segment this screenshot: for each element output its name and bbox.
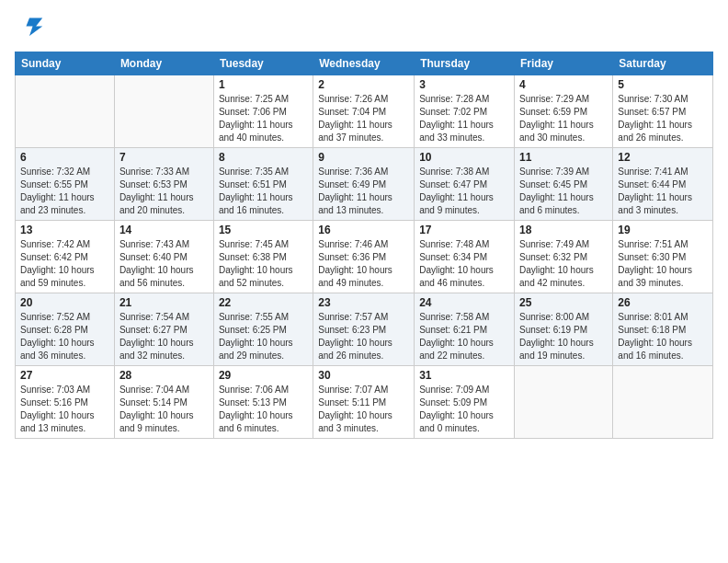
calendar-cell: 4Sunrise: 7:29 AM Sunset: 6:59 PM Daylig…	[515, 75, 613, 148]
page: SundayMondayTuesdayWednesdayThursdayFrid…	[0, 0, 728, 563]
day-number: 29	[219, 369, 308, 382]
calendar-header-row: SundayMondayTuesdayWednesdayThursdayFrid…	[16, 52, 713, 75]
day-info: Sunrise: 7:03 AM Sunset: 5:16 PM Dayligh…	[20, 384, 109, 435]
day-info: Sunrise: 7:43 AM Sunset: 6:40 PM Dayligh…	[119, 238, 209, 290]
day-header-monday: Monday	[114, 52, 213, 75]
calendar-cell: 9Sunrise: 7:36 AM Sunset: 6:49 PM Daylig…	[313, 148, 415, 221]
day-number: 11	[519, 151, 608, 164]
day-number: 22	[219, 296, 308, 309]
day-info: Sunrise: 7:38 AM Sunset: 6:47 PM Dayligh…	[419, 166, 509, 217]
calendar-cell: 17Sunrise: 7:48 AM Sunset: 6:34 PM Dayli…	[415, 221, 515, 293]
calendar-cell: 3Sunrise: 7:28 AM Sunset: 7:02 PM Daylig…	[415, 75, 515, 148]
calendar-cell: 20Sunrise: 7:52 AM Sunset: 6:28 PM Dayli…	[16, 293, 115, 366]
calendar-cell: 28Sunrise: 7:04 AM Sunset: 5:14 PM Dayli…	[114, 366, 213, 439]
day-info: Sunrise: 7:39 AM Sunset: 6:45 PM Dayligh…	[519, 166, 608, 217]
day-info: Sunrise: 7:48 AM Sunset: 6:34 PM Dayligh…	[419, 238, 509, 290]
day-number: 8	[219, 151, 308, 164]
calendar-week-row: 20Sunrise: 7:52 AM Sunset: 6:28 PM Dayli…	[16, 293, 713, 366]
calendar-week-row: 1Sunrise: 7:25 AM Sunset: 7:06 PM Daylig…	[16, 75, 713, 148]
day-number: 10	[419, 151, 509, 164]
day-info: Sunrise: 7:49 AM Sunset: 6:32 PM Dayligh…	[519, 238, 608, 290]
calendar-cell: 11Sunrise: 7:39 AM Sunset: 6:45 PM Dayli…	[515, 148, 613, 221]
calendar-cell: 5Sunrise: 7:30 AM Sunset: 6:57 PM Daylig…	[613, 75, 713, 148]
calendar: SundayMondayTuesdayWednesdayThursdayFrid…	[15, 52, 713, 439]
day-number: 18	[519, 224, 608, 236]
day-info: Sunrise: 7:25 AM Sunset: 7:06 PM Dayligh…	[219, 93, 308, 144]
calendar-cell: 8Sunrise: 7:35 AM Sunset: 6:51 PM Daylig…	[213, 148, 313, 221]
day-number: 19	[618, 224, 708, 236]
day-number: 27	[20, 369, 109, 382]
day-info: Sunrise: 7:35 AM Sunset: 6:51 PM Dayligh…	[219, 166, 308, 217]
day-info: Sunrise: 7:58 AM Sunset: 6:21 PM Dayligh…	[419, 311, 509, 362]
day-header-wednesday: Wednesday	[313, 52, 415, 75]
day-number: 23	[318, 296, 409, 309]
day-info: Sunrise: 7:41 AM Sunset: 6:44 PM Dayligh…	[618, 166, 708, 217]
day-info: Sunrise: 7:55 AM Sunset: 6:25 PM Dayligh…	[219, 311, 308, 362]
day-header-thursday: Thursday	[415, 52, 515, 75]
day-number: 24	[419, 296, 509, 309]
header	[15, 15, 713, 44]
logo	[15, 15, 48, 44]
calendar-cell: 12Sunrise: 7:41 AM Sunset: 6:44 PM Dayli…	[613, 148, 713, 221]
day-info: Sunrise: 7:30 AM Sunset: 6:57 PM Dayligh…	[618, 93, 708, 144]
calendar-cell: 29Sunrise: 7:06 AM Sunset: 5:13 PM Dayli…	[213, 366, 313, 439]
day-info: Sunrise: 7:26 AM Sunset: 7:04 PM Dayligh…	[318, 93, 409, 144]
day-number: 17	[419, 224, 509, 236]
day-info: Sunrise: 7:51 AM Sunset: 6:30 PM Dayligh…	[618, 238, 708, 290]
calendar-week-row: 27Sunrise: 7:03 AM Sunset: 5:16 PM Dayli…	[16, 366, 713, 439]
day-info: Sunrise: 7:07 AM Sunset: 5:11 PM Dayligh…	[318, 384, 409, 435]
day-info: Sunrise: 7:45 AM Sunset: 6:38 PM Dayligh…	[219, 238, 308, 290]
day-info: Sunrise: 7:29 AM Sunset: 6:59 PM Dayligh…	[519, 93, 608, 144]
calendar-cell: 19Sunrise: 7:51 AM Sunset: 6:30 PM Dayli…	[613, 221, 713, 293]
day-info: Sunrise: 7:36 AM Sunset: 6:49 PM Dayligh…	[318, 166, 409, 217]
calendar-cell: 22Sunrise: 7:55 AM Sunset: 6:25 PM Dayli…	[213, 293, 313, 366]
calendar-cell: 16Sunrise: 7:46 AM Sunset: 6:36 PM Dayli…	[313, 221, 415, 293]
day-number: 13	[20, 224, 109, 236]
day-number: 20	[20, 296, 109, 309]
calendar-cell: 2Sunrise: 7:26 AM Sunset: 7:04 PM Daylig…	[313, 75, 415, 148]
day-header-tuesday: Tuesday	[213, 52, 313, 75]
day-info: Sunrise: 7:57 AM Sunset: 6:23 PM Dayligh…	[318, 311, 409, 362]
day-info: Sunrise: 7:33 AM Sunset: 6:53 PM Dayligh…	[119, 166, 209, 217]
day-info: Sunrise: 7:04 AM Sunset: 5:14 PM Dayligh…	[119, 384, 209, 435]
day-info: Sunrise: 7:09 AM Sunset: 5:09 PM Dayligh…	[419, 384, 509, 435]
calendar-cell	[16, 75, 115, 148]
calendar-cell: 15Sunrise: 7:45 AM Sunset: 6:38 PM Dayli…	[213, 221, 313, 293]
day-header-saturday: Saturday	[613, 52, 713, 75]
day-header-sunday: Sunday	[16, 52, 115, 75]
day-number: 15	[219, 224, 308, 236]
day-number: 6	[20, 151, 109, 164]
calendar-cell: 25Sunrise: 8:00 AM Sunset: 6:19 PM Dayli…	[515, 293, 613, 366]
day-number: 9	[318, 151, 409, 164]
calendar-cell: 30Sunrise: 7:07 AM Sunset: 5:11 PM Dayli…	[313, 366, 415, 439]
calendar-cell	[114, 75, 213, 148]
day-number: 1	[219, 78, 308, 91]
calendar-cell: 23Sunrise: 7:57 AM Sunset: 6:23 PM Dayli…	[313, 293, 415, 366]
logo-icon	[15, 15, 44, 44]
day-info: Sunrise: 7:46 AM Sunset: 6:36 PM Dayligh…	[318, 238, 409, 290]
calendar-cell: 14Sunrise: 7:43 AM Sunset: 6:40 PM Dayli…	[114, 221, 213, 293]
calendar-cell: 18Sunrise: 7:49 AM Sunset: 6:32 PM Dayli…	[515, 221, 613, 293]
calendar-cell: 27Sunrise: 7:03 AM Sunset: 5:16 PM Dayli…	[16, 366, 115, 439]
day-info: Sunrise: 8:01 AM Sunset: 6:18 PM Dayligh…	[618, 311, 708, 362]
day-number: 4	[519, 78, 608, 91]
calendar-cell: 10Sunrise: 7:38 AM Sunset: 6:47 PM Dayli…	[415, 148, 515, 221]
calendar-cell	[613, 366, 713, 439]
calendar-cell: 26Sunrise: 8:01 AM Sunset: 6:18 PM Dayli…	[613, 293, 713, 366]
day-header-friday: Friday	[515, 52, 613, 75]
day-info: Sunrise: 8:00 AM Sunset: 6:19 PM Dayligh…	[519, 311, 608, 362]
day-number: 25	[519, 296, 608, 309]
day-number: 30	[318, 369, 409, 382]
calendar-cell: 31Sunrise: 7:09 AM Sunset: 5:09 PM Dayli…	[415, 366, 515, 439]
day-number: 21	[119, 296, 209, 309]
day-number: 28	[119, 369, 209, 382]
day-info: Sunrise: 7:52 AM Sunset: 6:28 PM Dayligh…	[20, 311, 109, 362]
day-number: 26	[618, 296, 708, 309]
day-info: Sunrise: 7:06 AM Sunset: 5:13 PM Dayligh…	[219, 384, 308, 435]
day-number: 12	[618, 151, 708, 164]
day-number: 7	[119, 151, 209, 164]
day-info: Sunrise: 7:42 AM Sunset: 6:42 PM Dayligh…	[20, 238, 109, 290]
day-info: Sunrise: 7:54 AM Sunset: 6:27 PM Dayligh…	[119, 311, 209, 362]
day-number: 5	[618, 78, 708, 91]
day-number: 2	[318, 78, 409, 91]
